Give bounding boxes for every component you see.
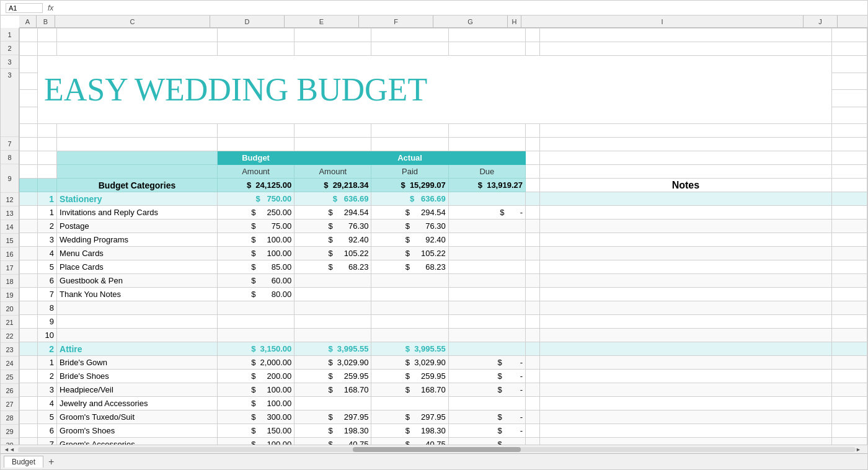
cell-a23[interactable] <box>20 342 38 356</box>
row-num-3[interactable]: 3 <box>1 55 19 69</box>
cell-d2[interactable] <box>217 42 294 56</box>
cell-a6[interactable] <box>20 107 38 124</box>
row-num-16[interactable]: 16 <box>1 247 19 261</box>
cell-j5[interactable] <box>831 90 867 107</box>
cell-a4[interactable] <box>20 73 38 90</box>
cell-h17[interactable] <box>526 260 540 274</box>
cell-h18[interactable] <box>526 274 540 288</box>
cell-d8[interactable] <box>217 138 294 151</box>
cell-j26[interactable] <box>831 383 867 397</box>
row-num-3-6[interactable]: 3 <box>1 69 19 137</box>
cell-a11[interactable] <box>20 179 38 192</box>
cell-j6[interactable] <box>831 107 867 124</box>
cell-a18[interactable] <box>20 274 38 288</box>
cell-j3[interactable] <box>831 56 867 73</box>
cell-j4[interactable] <box>831 73 867 90</box>
cell-i7[interactable] <box>539 124 831 138</box>
cell-j17[interactable] <box>831 260 867 274</box>
scroll-thumb[interactable] <box>353 447 520 452</box>
cell-a1[interactable] <box>20 29 38 42</box>
cell-i17[interactable] <box>539 260 831 274</box>
row-num-27[interactable]: 27 <box>1 397 19 411</box>
col-header-i[interactable]: I <box>521 16 804 27</box>
cell-h9[interactable] <box>526 151 540 165</box>
cell-i30[interactable] <box>539 438 831 445</box>
budget-tab[interactable]: Budget <box>4 456 43 468</box>
cell-i20[interactable] <box>539 301 831 315</box>
cell-h26[interactable] <box>526 383 540 397</box>
cell-d7[interactable] <box>217 124 294 138</box>
cell-h25[interactable] <box>526 370 540 383</box>
cell-i16[interactable] <box>539 247 831 260</box>
cell-j28[interactable] <box>831 410 867 424</box>
cell-a8[interactable] <box>20 138 38 151</box>
cell-f7[interactable] <box>371 124 448 138</box>
cell-i26[interactable] <box>539 383 831 397</box>
cell-h29[interactable] <box>526 424 540 438</box>
cell-a12[interactable] <box>20 192 38 206</box>
cell-a7[interactable] <box>20 124 38 138</box>
cell-i24[interactable] <box>539 356 831 370</box>
cell-b9[interactable] <box>37 151 56 165</box>
cell-e1[interactable] <box>294 29 371 42</box>
cell-h21[interactable] <box>526 315 540 329</box>
cell-a28[interactable] <box>20 410 38 424</box>
cell-j12[interactable] <box>831 192 867 206</box>
cell-h15[interactable] <box>526 233 540 247</box>
cell-a13[interactable] <box>20 206 38 219</box>
cell-j21[interactable] <box>831 315 867 329</box>
cell-j27[interactable] <box>831 397 867 410</box>
cell-h13[interactable] <box>526 206 540 219</box>
cell-a19[interactable] <box>20 288 38 301</box>
cell-c9[interactable] <box>57 151 218 165</box>
cell-b1[interactable] <box>37 29 56 42</box>
horizontal-scrollbar[interactable]: ◄◄ ► <box>1 445 867 453</box>
cell-b7[interactable] <box>37 124 56 138</box>
cell-e8[interactable] <box>294 138 371 151</box>
cell-g7[interactable] <box>448 124 525 138</box>
row-num-20[interactable]: 20 <box>1 302 19 316</box>
cell-a17[interactable] <box>20 260 38 274</box>
cell-b2[interactable] <box>37 42 56 56</box>
col-header-g[interactable]: G <box>433 16 508 27</box>
cell-a14[interactable] <box>20 219 38 233</box>
col-header-b[interactable]: B <box>37 16 55 27</box>
scroll-track[interactable] <box>18 447 856 452</box>
cell-a30[interactable] <box>20 438 38 445</box>
cell-f2[interactable] <box>371 42 448 56</box>
cell-j7[interactable] <box>831 124 867 138</box>
cell-h1[interactable] <box>526 29 540 42</box>
row-num-8[interactable]: 8 <box>1 151 19 164</box>
cell-c2[interactable] <box>57 42 218 56</box>
cell-j16[interactable] <box>831 247 867 260</box>
cell-b10[interactable] <box>37 165 56 179</box>
cell-a27[interactable] <box>20 397 38 410</box>
col-header-h[interactable]: H <box>508 16 521 27</box>
cell-g8[interactable] <box>448 138 525 151</box>
cell-h30[interactable] <box>526 438 540 445</box>
cell-c10[interactable] <box>57 165 218 179</box>
cell-i22[interactable] <box>539 329 831 342</box>
cell-a20[interactable] <box>20 301 38 315</box>
col-header-f[interactable]: F <box>359 16 433 27</box>
cell-h27[interactable] <box>526 397 540 410</box>
cell-a10[interactable] <box>20 165 38 179</box>
cell-i12[interactable] <box>539 192 831 206</box>
cell-j29[interactable] <box>831 424 867 438</box>
cell-h8[interactable] <box>526 138 540 151</box>
row-num-28[interactable]: 28 <box>1 411 19 425</box>
cell-j10[interactable] <box>831 165 867 179</box>
cell-j23[interactable] <box>831 342 867 356</box>
cell-j13[interactable] <box>831 206 867 219</box>
cell-i21[interactable] <box>539 315 831 329</box>
cell-h7[interactable] <box>526 124 540 138</box>
cell-a5[interactable] <box>20 90 38 107</box>
cell-f1[interactable] <box>371 29 448 42</box>
cell-i23[interactable] <box>539 342 831 356</box>
cell-j24[interactable] <box>831 356 867 370</box>
row-num-14[interactable]: 14 <box>1 220 19 234</box>
cell-i25[interactable] <box>539 370 831 383</box>
add-sheet-button[interactable]: + <box>45 456 58 468</box>
row-num-30[interactable]: 30 <box>1 438 19 445</box>
cell-e7[interactable] <box>294 124 371 138</box>
